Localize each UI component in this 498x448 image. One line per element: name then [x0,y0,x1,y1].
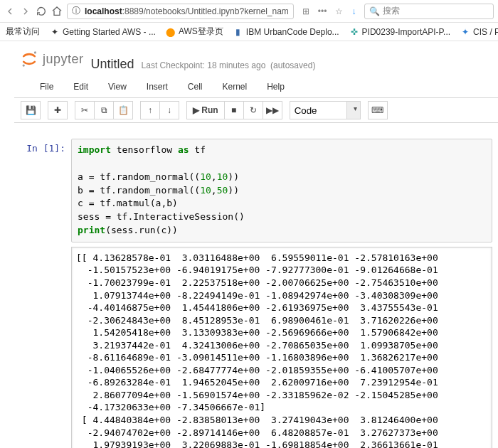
bookmark-ibm-ucd[interactable]: ▮IBM UrbanCode Deplo... [233,27,339,37]
copy-icon: ⧉ [101,105,107,115]
notebook-header: jupyter Untitled Last Checkpoint: 18 min… [14,41,498,75]
notebook-app: jupyter Untitled Last Checkpoint: 18 min… [0,41,498,448]
bookmark-star-icon[interactable]: ☆ [335,6,343,16]
browser-toolbar: ⓘ localhost:8889/notebooks/Untitled.ipyn… [0,0,498,23]
menu-help[interactable]: Help [257,79,295,95]
code-text: import tensorflow as tf a = tf.random_no… [78,144,486,238]
move-up-button[interactable]: ↑ [140,101,160,119]
command-palette-button[interactable]: ⌨ [368,101,388,119]
bookmark-aws-login[interactable]: ⬤AWS登录页 [166,26,223,38]
qr-icon[interactable]: ⊞ [302,6,309,16]
forward-icon[interactable] [20,6,31,17]
bookmark-pid[interactable]: ✜PID0239-ImportAPI-P... [349,27,451,37]
menubar: File Edit View Insert Cell Kernel Help [14,75,498,98]
insert-cell-button[interactable]: ✚ [48,101,68,119]
url-text: localhost:8889/notebooks/Untitled.ipynb?… [85,6,289,16]
fast-forward-icon: ▶▶ [266,105,279,115]
stop-icon: ■ [231,105,236,115]
code-cell[interactable]: In [1]: import tensorflow as tf a = tf.r… [20,139,492,242]
menu-edit[interactable]: Edit [63,79,98,95]
save-button[interactable]: 💾 [21,101,41,119]
run-button[interactable]: ▶ Run [186,101,225,119]
back-icon[interactable] [4,6,16,17]
reload-icon[interactable] [36,6,47,17]
code-input-area[interactable]: import tensorflow as tf a = tf.random_no… [71,139,492,242]
restart-button[interactable]: ↻ [243,101,263,119]
output-area[interactable]: [[ 4.13628578e-01 3.03116488e+00 6.59559… [71,247,492,448]
jupyter-logo[interactable]: jupyter [20,50,84,68]
checkpoint-text: Last Checkpoint: 18 minutes ago (autosav… [142,60,316,70]
browser-search[interactable]: 🔍 搜索 [364,4,494,19]
cell-container: In [1]: import tensorflow as tf a = tf.r… [14,123,498,448]
output-text: [[ 4.13628578e-01 3.03116488e+00 6.59559… [76,252,487,448]
play-icon: ▶ [193,105,199,115]
url-bar[interactable]: ⓘ localhost:8889/notebooks/Untitled.ipyn… [67,4,294,19]
keyboard-icon: ⌨ [371,105,383,115]
bookmark-aws-start[interactable]: ✦Getting Started AWS - ... [50,27,156,37]
menu-kernel[interactable]: Kernel [213,79,258,95]
bookmark-most-visited[interactable]: 最常访问 [6,26,40,38]
search-icon: 🔍 [369,6,380,16]
more-icon[interactable]: ••• [318,6,327,16]
cut-button[interactable]: ✂ [75,101,95,119]
plus-icon: ✚ [54,105,61,115]
home-icon[interactable] [51,6,63,17]
aws-icon: ✦ [50,27,60,37]
menu-file[interactable]: File [30,79,63,95]
info-icon: ⓘ [72,5,80,17]
move-down-button[interactable]: ↓ [159,101,179,119]
stop-button[interactable]: ■ [224,101,244,119]
logo-text: jupyter [43,52,84,67]
notebook-title[interactable]: Untitled [91,57,134,72]
paste-button[interactable]: 📋 [113,101,133,119]
arrow-up-icon: ↑ [148,105,152,115]
link-icon: ✜ [349,27,359,37]
restart-run-button[interactable]: ▶▶ [263,101,282,119]
ibm-icon: ▮ [233,27,243,37]
output-prompt [20,242,71,448]
svg-point-1 [23,64,25,66]
menu-insert[interactable]: Insert [137,79,178,95]
save-icon: 💾 [26,105,36,115]
toolbar: 💾 ✚ ✂ ⧉ 📋 ↑ ↓ ▶ Run ■ ↻ ▶▶ Code ⌨ [14,98,498,123]
bookmarks-bar: 最常访问 ✦Getting Started AWS - ... ⬤AWS登录页 … [0,23,498,41]
bookmark-cis[interactable]: ✦CIS / PBC - Agile Boar [460,27,498,37]
restart-icon: ↻ [250,105,257,115]
download-icon[interactable]: ↓ [351,6,356,16]
input-prompt: In [1]: [20,139,71,242]
arrow-down-icon: ↓ [167,105,171,115]
aws-icon: ⬤ [166,27,176,37]
jira-icon: ✦ [460,27,470,37]
copy-button[interactable]: ⧉ [94,101,114,119]
cell-type-select[interactable]: Code [290,101,361,119]
search-placeholder: 搜索 [383,5,400,17]
svg-point-0 [34,51,36,53]
jupyter-icon [20,50,38,68]
menu-cell[interactable]: Cell [178,79,213,95]
cut-icon: ✂ [81,105,88,115]
menu-view[interactable]: View [98,79,137,95]
paste-icon: 📋 [118,105,129,115]
